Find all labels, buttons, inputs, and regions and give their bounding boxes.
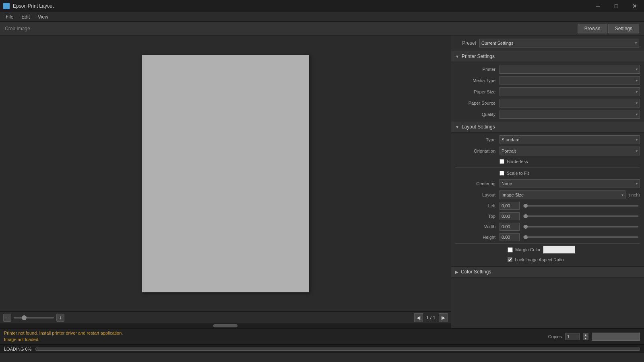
orientation-select[interactable]: Portrait — [500, 147, 640, 155]
width-thumb — [524, 225, 528, 229]
layout-select-wrapper: Image Size — [500, 190, 625, 199]
height-slider[interactable] — [523, 236, 638, 238]
layout-label: Layout — [455, 192, 495, 197]
page-indicator: 1 / 1 — [425, 315, 437, 321]
next-page-button[interactable]: ▶ — [439, 313, 448, 322]
scale-to-fit-label: Scale to Fit — [507, 171, 529, 176]
media-type-select[interactable] — [500, 76, 640, 85]
printer-settings-content: Printer Media Type Paper Size — [451, 62, 644, 122]
close-button[interactable]: ✕ — [625, 0, 644, 12]
browse-button[interactable]: Browse — [578, 24, 607, 33]
layout-settings-title: Layout Settings — [462, 124, 495, 130]
toolbar: Crop Image Browse Settings — [0, 22, 644, 35]
copies-spin: ▲ ▼ — [583, 333, 588, 340]
printer-settings-header[interactable]: ▼ Printer Settings — [451, 51, 644, 62]
copies-input[interactable] — [565, 333, 580, 340]
preset-select[interactable]: Current Settings — [479, 39, 639, 48]
media-type-label: Media Type — [455, 78, 495, 83]
status-line1: Printer not found. Install printer drive… — [4, 330, 123, 336]
margin-color-control: Margin Color — [508, 246, 640, 254]
loading-progress-bar — [35, 348, 640, 351]
margin-color-swatch[interactable] — [543, 246, 575, 254]
menu-file[interactable]: File — [2, 13, 17, 21]
centering-select[interactable]: None — [500, 179, 640, 188]
paper-size-control — [500, 87, 640, 96]
layout-settings-header[interactable]: ▼ Layout Settings — [451, 122, 644, 132]
paper-size-select[interactable] — [500, 87, 640, 96]
loading-bar: LOADING 0% — [0, 344, 644, 353]
left-label: Left — [455, 203, 495, 208]
width-input[interactable] — [500, 223, 520, 231]
h-scrollbar[interactable] — [0, 323, 451, 328]
lock-aspect-label: Lock Image Aspect Ratio — [515, 257, 564, 262]
media-type-row: Media Type — [451, 75, 644, 86]
zoom-bar: − + ◀ 1 / 1 ▶ — [0, 311, 451, 323]
orientation-label: Orientation — [455, 149, 495, 153]
type-select[interactable]: Standard — [500, 135, 640, 144]
margin-color-checkbox[interactable] — [508, 247, 513, 252]
scale-to-fit-checkbox[interactable] — [500, 171, 504, 176]
right-panel: Preset Current Settings ▼ Printer Settin… — [451, 35, 644, 328]
paper-source-row: Paper Source — [451, 97, 644, 109]
zoom-in-button[interactable]: + — [56, 314, 64, 322]
menu-edit[interactable]: Edit — [17, 13, 34, 21]
crop-label: Crop Image — [5, 26, 30, 31]
minimize-button[interactable]: ─ — [588, 0, 607, 12]
zoom-out-button[interactable]: − — [3, 314, 11, 322]
status-bar: Printer not found. Install printer drive… — [0, 328, 644, 344]
quality-select[interactable] — [500, 110, 640, 119]
h-scroll-thumb — [213, 324, 237, 327]
left-input[interactable] — [500, 202, 520, 210]
paper-source-select[interactable] — [500, 99, 640, 108]
zoom-slider[interactable] — [14, 317, 54, 319]
height-input[interactable] — [500, 233, 520, 241]
color-settings-header[interactable]: ▶ Color Settings — [451, 267, 644, 277]
color-collapse-icon: ▶ — [455, 270, 458, 274]
layout-control: Image Size (inch) — [500, 190, 640, 199]
settings-button[interactable]: Settings — [608, 24, 639, 33]
left-slider[interactable] — [523, 205, 638, 207]
app-icon — [3, 3, 10, 9]
bottom-controls: Copies ▲ ▼ — [548, 333, 640, 341]
layout-select[interactable]: Image Size — [500, 190, 625, 199]
centering-row: Centering None — [451, 178, 644, 189]
canvas-area: − + ◀ 1 / 1 ▶ — [0, 35, 451, 328]
top-input[interactable] — [500, 212, 520, 220]
menu-view[interactable]: View — [34, 13, 52, 21]
prev-page-button[interactable]: ◀ — [414, 313, 423, 322]
paper-source-control — [500, 99, 640, 108]
print-button[interactable] — [592, 333, 640, 341]
printer-select[interactable] — [500, 65, 640, 74]
width-slider[interactable] — [523, 226, 638, 228]
top-label: Top — [455, 214, 495, 219]
quality-control — [500, 110, 640, 119]
left-thumb — [524, 204, 528, 208]
height-control — [500, 233, 640, 241]
preset-select-wrapper: Current Settings — [479, 39, 639, 48]
height-thumb — [524, 235, 528, 239]
top-row: Top — [451, 211, 644, 221]
copies-down-button[interactable]: ▼ — [583, 337, 588, 340]
height-row: Height — [451, 232, 644, 242]
quality-row: Quality — [451, 109, 644, 120]
divider-2 — [455, 243, 640, 244]
toolbar-right: Browse Settings — [578, 24, 639, 33]
top-slider[interactable] — [523, 215, 638, 217]
printer-label: Printer — [455, 67, 495, 72]
left-control — [500, 202, 640, 210]
printer-control — [500, 65, 640, 74]
lock-aspect-checkbox[interactable] — [508, 257, 512, 262]
copies-up-button[interactable]: ▲ — [583, 333, 588, 337]
preset-row: Preset Current Settings — [451, 35, 644, 51]
printer-row: Printer — [451, 64, 644, 75]
status-messages: Printer not found. Install printer drive… — [4, 330, 123, 343]
width-label: Width — [455, 224, 495, 229]
layout-unit: (inch) — [629, 192, 640, 197]
top-thumb — [524, 214, 528, 218]
maximize-button[interactable]: □ — [607, 0, 625, 12]
layout-row: Layout Image Size (inch) — [451, 189, 644, 201]
borderless-checkbox[interactable] — [500, 159, 504, 164]
orientation-row: Orientation Portrait — [451, 145, 644, 157]
zoom-thumb — [22, 315, 27, 320]
quality-label: Quality — [455, 112, 495, 117]
